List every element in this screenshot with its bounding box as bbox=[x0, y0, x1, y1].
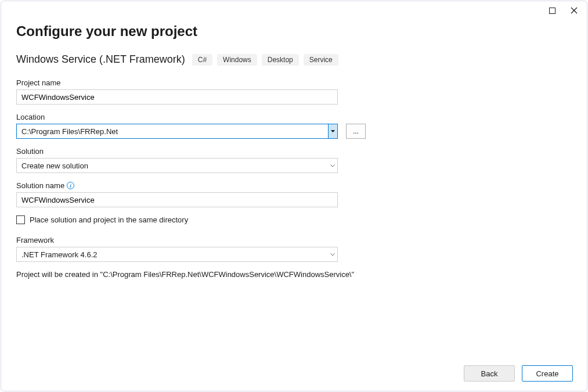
location-group: Location C:\Program Files\FRRep.Net ... bbox=[16, 113, 572, 139]
maximize-button[interactable] bbox=[547, 6, 557, 15]
location-dropdown-button[interactable] bbox=[328, 124, 337, 138]
svg-marker-3 bbox=[331, 130, 335, 132]
framework-combo[interactable]: .NET Framework 4.6.2 bbox=[16, 247, 338, 262]
framework-label: Framework bbox=[16, 236, 572, 244]
chevron-down-icon bbox=[331, 130, 335, 132]
titlebar bbox=[1, 1, 587, 21]
page-title: Configure your new project bbox=[16, 23, 572, 39]
create-button[interactable]: Create bbox=[522, 365, 573, 382]
chevron-down-icon bbox=[330, 253, 335, 256]
close-button[interactable] bbox=[569, 6, 579, 15]
tag-desktop: Desktop bbox=[262, 54, 299, 66]
solution-name-group: Solution name i bbox=[16, 181, 572, 207]
framework-group: Framework .NET Framework 4.6.2 bbox=[16, 236, 572, 262]
dialog-window: Configure your new project Windows Servi… bbox=[1, 1, 587, 391]
template-name: Windows Service (.NET Framework) bbox=[16, 53, 185, 66]
same-directory-checkbox[interactable] bbox=[16, 215, 25, 224]
content-area: Configure your new project Windows Servi… bbox=[1, 21, 587, 391]
maximize-icon bbox=[549, 8, 555, 14]
creation-path-note: Project will be created in "C:\Program F… bbox=[16, 270, 572, 279]
framework-dropdown-button[interactable] bbox=[328, 247, 337, 261]
tag-service: Service bbox=[304, 54, 338, 66]
solution-label: Solution bbox=[16, 147, 572, 156]
solution-value: Create new solution bbox=[17, 161, 328, 170]
solution-name-input[interactable] bbox=[16, 192, 338, 207]
project-name-label: Project name bbox=[16, 78, 572, 87]
solution-name-label-text: Solution name bbox=[16, 181, 64, 190]
solution-name-label: Solution name i bbox=[16, 181, 572, 190]
subheader: Windows Service (.NET Framework) C# Wind… bbox=[16, 53, 572, 66]
info-icon[interactable]: i bbox=[67, 182, 74, 189]
back-button[interactable]: Back bbox=[464, 365, 515, 382]
location-value: C:\Program Files\FRRep.Net bbox=[17, 127, 328, 136]
same-directory-row: Place solution and project in the same d… bbox=[16, 215, 572, 224]
browse-button[interactable]: ... bbox=[346, 124, 366, 139]
framework-value: .NET Framework 4.6.2 bbox=[17, 250, 328, 259]
solution-combo[interactable]: Create new solution bbox=[16, 158, 338, 173]
location-combo[interactable]: C:\Program Files\FRRep.Net bbox=[16, 124, 338, 139]
close-icon bbox=[571, 7, 578, 14]
solution-group: Solution Create new solution bbox=[16, 147, 572, 173]
tag-csharp: C# bbox=[192, 54, 212, 66]
solution-dropdown-button[interactable] bbox=[328, 159, 337, 172]
footer-buttons: Back Create bbox=[464, 365, 573, 382]
template-tags: C# Windows Desktop Service bbox=[192, 54, 338, 66]
location-label: Location bbox=[16, 113, 572, 121]
svg-rect-0 bbox=[549, 8, 555, 13]
project-name-group: Project name bbox=[16, 78, 572, 105]
same-directory-label: Place solution and project in the same d… bbox=[30, 215, 188, 224]
project-name-input[interactable] bbox=[16, 89, 338, 105]
tag-windows: Windows bbox=[217, 54, 257, 66]
chevron-down-icon bbox=[330, 164, 335, 167]
